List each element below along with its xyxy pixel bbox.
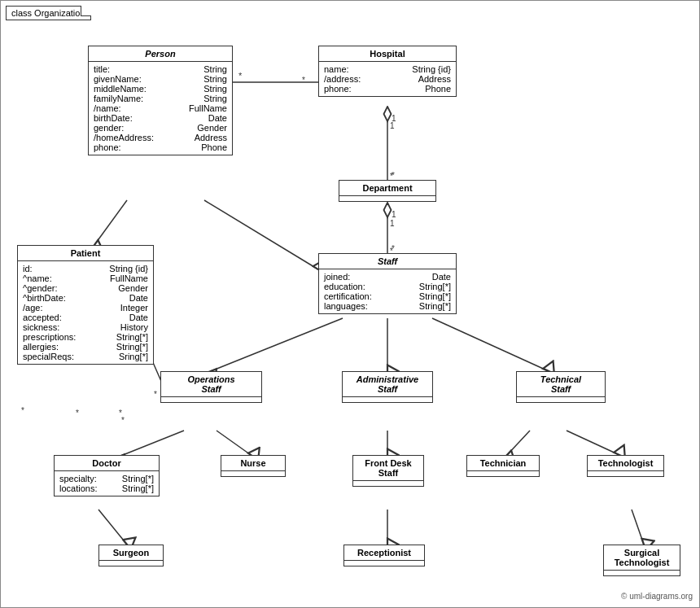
nurse-class: Nurse xyxy=(221,455,286,477)
patient-title: Patient xyxy=(18,246,153,261)
mult-patient-star: * xyxy=(21,406,24,415)
doctor-class: Doctor specialty:String[*] locations:Str… xyxy=(54,455,160,496)
svg-line-19 xyxy=(507,431,530,455)
doctor-attrs: specialty:String[*] locations:String[*] xyxy=(55,471,159,496)
surgical-technologist-title: SurgicalTechnologist xyxy=(604,545,680,571)
hospital-attrs: name:String {id} /address:Address phone:… xyxy=(319,62,456,96)
technical-staff-title: TechnicalStaff xyxy=(517,372,605,397)
hospital-title: Hospital xyxy=(319,46,456,62)
svg-line-23 xyxy=(632,510,644,545)
receptionist-title: Receptionist xyxy=(344,545,424,561)
receptionist-class: Receptionist xyxy=(343,545,425,566)
technician-title: Technician xyxy=(467,456,539,471)
person-class: Person title:String givenName:String mid… xyxy=(88,46,233,155)
front-desk-staff-title: Front DeskStaff xyxy=(353,456,423,481)
technician-class: Technician xyxy=(466,455,540,477)
administrative-staff-title: AdministrativeStaff xyxy=(343,372,432,397)
technical-staff-class: TechnicalStaff xyxy=(516,371,606,403)
nurse-title: Nurse xyxy=(221,456,285,471)
surgical-technologist-class: SurgicalTechnologist xyxy=(603,545,680,576)
mult-staff-star: * xyxy=(390,247,393,256)
staff-attrs: joined:Date education:String[*] certific… xyxy=(319,269,456,313)
operations-staff-class: OperationsStaff xyxy=(160,371,262,403)
diagram-container: class Organization * 1 * xyxy=(0,0,700,608)
department-title: Department xyxy=(339,181,435,196)
operations-staff-title: OperationsStaff xyxy=(161,372,261,397)
svg-text:*: * xyxy=(154,390,157,399)
svg-text:*: * xyxy=(76,409,79,418)
mult-dept-star: * xyxy=(390,172,393,181)
svg-line-16 xyxy=(119,431,184,457)
svg-text:*: * xyxy=(238,71,243,81)
svg-line-17 xyxy=(217,431,253,457)
mult-ops-star: * xyxy=(121,416,125,425)
person-attrs: title:String givenName:String middleName… xyxy=(89,62,232,155)
mult-hospital-star: * xyxy=(302,76,305,85)
diagram-title: class Organization xyxy=(6,6,91,20)
svg-line-20 xyxy=(567,431,619,455)
svg-line-13 xyxy=(211,318,343,371)
svg-line-9 xyxy=(94,200,127,245)
svg-line-21 xyxy=(98,510,127,545)
patient-class: Patient id:String {id} ^name:FullName ^g… xyxy=(17,245,154,365)
hospital-class: Hospital name:String {id} /address:Addre… xyxy=(318,46,457,97)
staff-title: Staff xyxy=(319,254,456,269)
technologist-title: Technologist xyxy=(588,456,663,471)
technologist-class: Technologist xyxy=(587,455,664,477)
department-attrs xyxy=(339,196,435,201)
front-desk-staff-class: Front DeskStaff xyxy=(352,455,424,487)
svg-text:1: 1 xyxy=(392,210,396,219)
surgeon-title: Surgeon xyxy=(99,545,163,561)
doctor-title: Doctor xyxy=(55,456,159,471)
patient-attrs: id:String {id} ^name:FullName ^gender:Ge… xyxy=(18,261,153,364)
svg-line-10 xyxy=(204,200,318,269)
copyright: © uml-diagrams.org xyxy=(621,592,693,601)
surgeon-class: Surgeon xyxy=(98,545,164,566)
staff-class: Staff joined:Date education:String[*] ce… xyxy=(318,253,457,314)
person-title: Person xyxy=(89,46,232,62)
department-class: Department xyxy=(339,180,436,202)
administrative-staff-class: AdministrativeStaff xyxy=(342,371,433,403)
mult-dept-1: 1 xyxy=(390,219,395,228)
svg-line-15 xyxy=(432,318,549,371)
mult-hospital-1: 1 xyxy=(390,121,395,130)
